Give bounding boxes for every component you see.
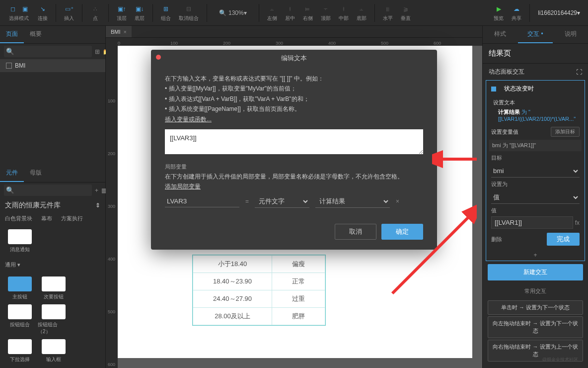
ok-button[interactable]: 确定 [381, 224, 423, 240]
delete-var-icon[interactable]: × [396, 196, 399, 206]
local-var-target-select[interactable]: 计算结果 [315, 195, 390, 208]
insert-var-link[interactable]: 插入变量或函数... [165, 114, 423, 124]
edit-text-modal: 编辑文本 在下方输入文本，变量名称或表达式要写在 "[[ ]]" 中。例如： •… [151, 50, 437, 250]
local-var-type-select[interactable]: 元件文字 [255, 195, 309, 208]
modal-hint-2: • 插入表达式[[VarA + VarB]]，获取"VarA + VarB"的和… [165, 94, 423, 104]
add-local-var-link[interactable]: 添加局部变量 [165, 182, 423, 191]
local-var-desc: 在下方创建用于插入元件值的局部变量，局部变量名称必须是字母数字，不允许包含空格。 [165, 172, 423, 182]
cancel-button[interactable]: 取消 [335, 224, 376, 240]
modal-hint-1: • 插入变量[[MyVar]]，获取变量"MyVar"的当前值； [165, 84, 423, 93]
modal-hint-3: • 插入系统变量[[PageName]]，获取当前页面名称。 [165, 104, 423, 114]
local-var-name-input[interactable] [165, 195, 239, 207]
modal-backdrop: 编辑文本 在下方输入文本，变量名称或表达式要写在 "[[ ]]" 中。例如： •… [0, 0, 588, 368]
equals-sign: = [245, 196, 249, 206]
watermark: @掘金全技术社区 [542, 357, 578, 363]
local-variable-row: = 元件文字 计算结果 × [165, 192, 423, 211]
modal-header: 编辑文本 [151, 50, 437, 67]
expression-input[interactable]: [[LVAR3]] [165, 129, 423, 154]
modal-close-button[interactable] [156, 55, 161, 60]
local-var-header: 局部变量 [165, 162, 423, 172]
modal-intro: 在下方输入文本，变量名称或表达式要写在 "[[ ]]" 中。例如： [165, 74, 423, 84]
